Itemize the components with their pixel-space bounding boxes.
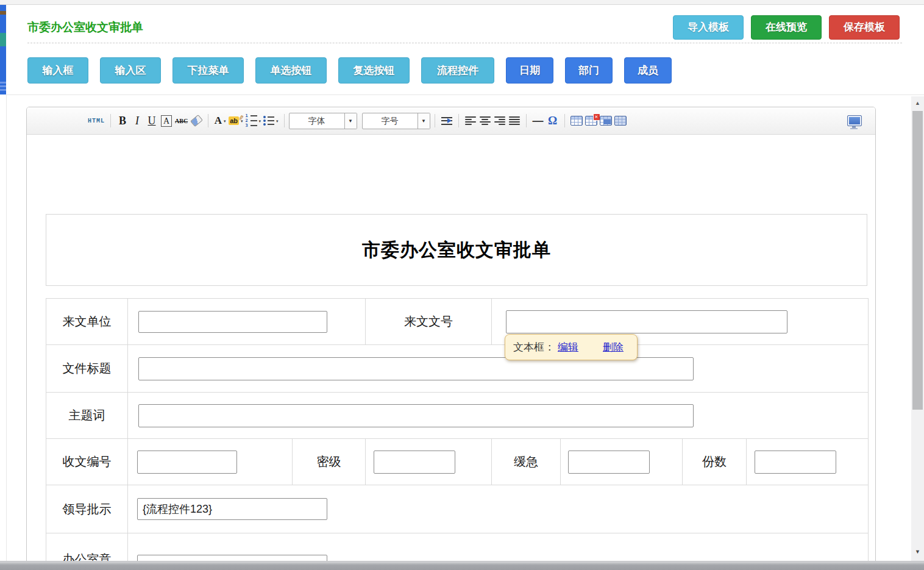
format-block-button[interactable]: A	[160, 112, 172, 129]
add-date-button[interactable]: 日期	[506, 57, 553, 84]
indent-button[interactable]	[441, 112, 453, 129]
remove-format-button[interactable]	[190, 112, 202, 129]
delete-table-icon	[585, 116, 597, 126]
add-dropdown-button[interactable]: 下拉菜单	[172, 57, 244, 84]
label-receipt-number: 收文编号	[46, 439, 127, 485]
add-flow-control-button[interactable]: 流程控件	[421, 57, 494, 84]
receipt-number-input[interactable]	[137, 451, 237, 474]
add-checkbox-button[interactable]: 复选按钮	[338, 57, 410, 84]
content-left-border	[6, 94, 7, 561]
table-row: 主题词	[46, 392, 868, 438]
special-char-button[interactable]: Ω	[547, 112, 559, 129]
strikethrough-button[interactable]: ABC	[175, 112, 188, 129]
font-family-value: 字体	[290, 113, 344, 129]
align-justify-icon	[509, 116, 520, 125]
add-input-box-button[interactable]: 输入框	[27, 57, 88, 84]
bullet-list-icon	[263, 116, 274, 126]
bullet-list-button[interactable]: ▾	[263, 112, 279, 129]
highlight-icon: ab	[229, 116, 239, 125]
tooltip-label: 文本框：	[513, 340, 555, 354]
scroll-down-icon[interactable]: ▼	[911, 546, 924, 557]
add-department-button[interactable]: 部门	[565, 57, 613, 84]
delete-table-button[interactable]	[585, 112, 597, 129]
ordered-list-icon	[246, 114, 257, 127]
cell-urgency	[560, 439, 682, 485]
chevron-down-icon[interactable]: ▼	[418, 113, 430, 129]
align-right-icon	[494, 116, 505, 125]
edit-link[interactable]: 编辑	[558, 340, 578, 354]
import-template-button[interactable]: 导入模板	[673, 15, 744, 40]
page-title: 市委办公室收文审批单	[27, 20, 143, 35]
cell-document-title	[127, 345, 868, 392]
font-size-select[interactable]: 字号 ▼	[362, 113, 430, 129]
window-left-edge	[0, 5, 6, 94]
font-family-select[interactable]: 字体 ▼	[289, 113, 357, 129]
add-radio-button[interactable]: 单选按钮	[255, 57, 327, 84]
delete-link[interactable]: 删除	[603, 340, 624, 354]
label-urgency: 缓急	[491, 439, 560, 485]
toolbar-separator	[526, 114, 527, 127]
vertical-scrollbar[interactable]: ▲ ▼	[911, 96, 924, 561]
label-secret-level: 密级	[292, 439, 365, 485]
highlight-color-button[interactable]: ab ▾	[229, 112, 243, 129]
insert-table-icon	[570, 116, 583, 126]
font-size-value: 字号	[363, 113, 418, 129]
copies-input[interactable]	[755, 451, 836, 474]
underline-button[interactable]: U	[146, 112, 158, 129]
incoming-unit-input[interactable]	[138, 311, 327, 333]
toolbar-separator	[564, 114, 565, 127]
boxed-a-icon: A	[161, 115, 172, 127]
html-source-button[interactable]: HTML	[88, 112, 105, 129]
dashed-divider	[27, 43, 902, 43]
urgency-input[interactable]	[568, 451, 650, 474]
toolbar-separator	[458, 114, 459, 127]
textbox-tooltip: 文本框： 编辑 删除	[505, 334, 638, 360]
table-row: 收文编号 密级 缓急 份数	[46, 438, 868, 485]
insert-table-button[interactable]	[570, 112, 583, 129]
cell-incoming-unit	[127, 299, 365, 344]
bold-button[interactable]: B	[116, 112, 129, 129]
horizontal-rule-button[interactable]: —	[532, 112, 544, 129]
chevron-down-icon[interactable]: ▼	[344, 113, 357, 129]
subject-words-input[interactable]	[138, 404, 694, 427]
label-document-title: 文件标题	[46, 345, 127, 392]
scroll-up-icon[interactable]: ▲	[911, 98, 924, 109]
align-left-button[interactable]	[464, 112, 477, 129]
chevron-down-icon: ▾	[276, 119, 279, 123]
horizontal-scrollbar[interactable]	[0, 561, 924, 570]
fullscreen-icon[interactable]	[847, 115, 862, 126]
incoming-number-input[interactable]	[506, 310, 787, 333]
italic-button[interactable]: I	[131, 112, 143, 129]
rich-text-editor: HTML B I U A ABC A ▾ ab ▾ ▾	[26, 107, 876, 570]
save-template-button[interactable]: 保存模板	[829, 15, 900, 40]
cell-receipt-number	[127, 439, 292, 485]
edge-fragment	[0, 82, 6, 93]
leader-instructions-input[interactable]	[137, 498, 327, 520]
toolbar-separator	[435, 114, 435, 127]
table-props-button[interactable]	[614, 112, 627, 129]
add-textarea-button[interactable]: 输入区	[100, 57, 161, 84]
align-center-button[interactable]	[479, 112, 491, 129]
font-color-button[interactable]: A ▾	[214, 112, 226, 129]
table-row: 来文单位 来文文号	[46, 299, 868, 344]
document-title-box[interactable]: 市委办公室收文审批单	[46, 214, 867, 286]
label-incoming-number: 来文文号	[365, 299, 491, 344]
form-table: 来文单位 来文文号 文件标题 主题词	[46, 298, 869, 570]
edge-fragment	[0, 11, 6, 15]
table-cell-props-button[interactable]	[600, 112, 612, 129]
align-right-button[interactable]	[494, 112, 506, 129]
secret-level-input[interactable]	[374, 451, 455, 474]
add-member-button[interactable]: 成员	[624, 57, 672, 84]
ordered-list-button[interactable]: ▾	[246, 112, 261, 129]
cell-subject-words	[127, 393, 868, 438]
online-preview-button[interactable]: 在线预览	[751, 15, 822, 40]
component-buttons: 输入框 输入区 下拉菜单 单选按钮 复选按钮 流程控件 日期 部门 成员	[27, 57, 672, 84]
scrollbar-thumb[interactable]	[912, 111, 923, 410]
label-leader-instructions: 领导批示	[46, 485, 127, 533]
label-incoming-unit: 来文单位	[46, 299, 127, 344]
align-justify-button[interactable]	[508, 112, 521, 129]
header: 市委办公室收文审批单 导入模板 在线预览 保存模板 输入框 输入区 下拉菜单 单…	[6, 5, 924, 95]
table-row: 文件标题	[46, 344, 868, 392]
document-title-input[interactable]	[138, 357, 694, 380]
editor-toolbar: HTML B I U A ABC A ▾ ab ▾ ▾	[27, 107, 875, 135]
